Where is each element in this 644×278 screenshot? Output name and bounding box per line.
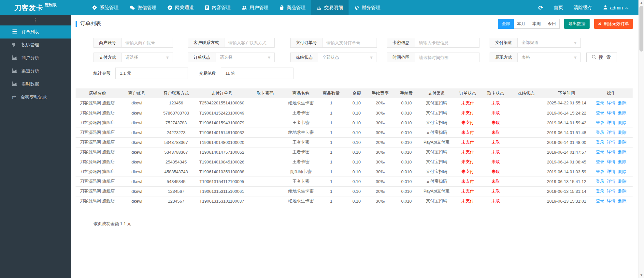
home-link[interactable]: 首页 (549, 0, 568, 15)
user-menu[interactable]: admin (598, 0, 634, 15)
amount-cell: 0.10 (345, 137, 368, 147)
filter-form: 商户账号 客户联系方式 支付订单号 卡密信息 支付渠道 全部渠道 ▼ (71, 32, 638, 62)
page-scrollbar[interactable]: ▲ ▼ (638, 0, 644, 278)
login-link[interactable]: 登录 (596, 140, 604, 145)
merchant-account-input[interactable] (122, 38, 173, 47)
fee-cell: 0.010 (393, 118, 421, 128)
delete-link[interactable]: 删除 (618, 198, 626, 203)
shop-name-cell: 刀客源码网 旗舰店 (76, 137, 119, 147)
menu-system[interactable]: 系统管理 (87, 0, 124, 15)
column-header: 冻结状态 (509, 88, 543, 98)
pay-channel-cell: 支付宝扫码 (420, 177, 452, 186)
detail-link[interactable]: 详情 (607, 130, 615, 135)
detail-link[interactable]: 详情 (607, 149, 615, 154)
menu-users[interactable]: 用户管理 (236, 0, 274, 15)
product-name-cell: 绝地求生卡密 (284, 196, 317, 206)
pay-channel-cell: 支付宝扫码 (420, 167, 452, 177)
pay-order-no-input[interactable] (322, 38, 377, 47)
menu-finance[interactable]: 财务管理 (349, 0, 386, 15)
login-link[interactable]: 登录 (596, 110, 604, 115)
login-link[interactable]: 登录 (596, 149, 604, 154)
sidebar-item-order-list[interactable]: 订单列表 (0, 25, 71, 39)
menu-content[interactable]: 内容管理 (199, 0, 236, 15)
login-link[interactable]: 登录 (596, 130, 604, 135)
pay-method-select[interactable]: 请选择 ▼ (122, 53, 173, 62)
detail-link[interactable]: 详情 (607, 169, 615, 174)
menu-wechat[interactable]: 微信管理 (124, 0, 162, 15)
detail-link[interactable]: 详情 (607, 198, 615, 203)
tab-today[interactable]: 今日 (544, 19, 560, 29)
product-name-cell: 王者卡密 (284, 137, 317, 147)
tab-this-month[interactable]: 本月 (514, 19, 529, 29)
table-row: 刀客源码网 旗舰店dkewl123456T250422015514100060绝… (76, 98, 633, 108)
card-info-input[interactable] (415, 38, 479, 47)
delete-link[interactable]: 删除 (618, 149, 626, 154)
refresh-button[interactable]: ⟳ (533, 0, 548, 15)
menu-products[interactable]: 商品管理 (274, 0, 311, 15)
delete-link[interactable]: 删除 (618, 189, 626, 193)
sidebar-item-amount-change-log[interactable]: ⇄ 金额变动记录 (0, 91, 71, 104)
display-mode-select[interactable]: 表格 ▼ (518, 53, 580, 62)
login-link[interactable]: 登录 (596, 120, 604, 125)
sidebar-item-merchant-analysis[interactable]: 商户分析 (0, 52, 71, 65)
detail-link[interactable]: 详情 (607, 100, 615, 105)
time-range-input[interactable] (415, 53, 479, 62)
detail-link[interactable]: 详情 (607, 110, 615, 115)
detail-link[interactable]: 详情 (607, 179, 615, 184)
login-link[interactable]: 登录 (596, 169, 604, 174)
order-status-cell: 未支付 (453, 128, 483, 137)
shop-name-cell: 刀客源码网 旗舰店 (76, 167, 119, 177)
freeze-status-cell (509, 157, 543, 167)
sidebar-item-complaints[interactable]: 投诉管理 (0, 39, 71, 52)
pay-channel-cell: PayApi支付宝 (420, 186, 452, 196)
login-link[interactable]: 登录 (596, 189, 604, 193)
delete-link[interactable]: 删除 (618, 100, 626, 105)
delete-link[interactable]: 删除 (618, 159, 626, 164)
scroll-up-arrow[interactable]: ▲ (639, 0, 644, 6)
row-actions: 登录详情删除 (590, 167, 633, 177)
menu-gateway[interactable]: P 网关通道 (162, 0, 199, 15)
scroll-down-arrow[interactable]: ▼ (639, 272, 644, 278)
delete-link[interactable]: 删除 (618, 140, 626, 145)
merchant-account-cell: dkewl (119, 177, 154, 186)
customer-contact-input[interactable] (224, 38, 274, 47)
merchant-account-cell: dkewl (119, 128, 154, 137)
tab-this-week[interactable]: 本周 (529, 19, 544, 29)
pay-order-no-cell: T190613153115100061 (197, 186, 246, 196)
export-data-button[interactable]: 导出数据 (564, 19, 590, 29)
fee-cell: 0.010 (393, 147, 421, 157)
detail-link[interactable]: 详情 (607, 140, 615, 145)
delete-link[interactable]: 删除 (618, 130, 626, 135)
login-link[interactable]: 登录 (596, 159, 604, 164)
column-header: 商户账号 (119, 88, 154, 98)
brand-logo[interactable]: 刀客发卡 定制版 (0, 0, 71, 15)
product-name-cell: 王者卡密 (284, 118, 317, 128)
sidebar-item-channel-analysis[interactable]: 渠道分析 (0, 65, 71, 78)
product-qty-cell: 1 (317, 128, 345, 137)
delete-link[interactable]: 删除 (618, 169, 626, 174)
freeze-status-select[interactable]: 全部状态 ▼ (318, 53, 377, 62)
delete-link[interactable]: 删除 (618, 120, 626, 125)
card-status-cell: 未取 (483, 98, 509, 108)
list-ol-icon (12, 29, 17, 35)
delete-invalid-orders-button[interactable]: ✖ 删除无效订单 (594, 19, 633, 29)
column-header: 商品名称 (284, 88, 317, 98)
pay-channel-select[interactable]: 全部渠道 ▼ (518, 38, 580, 47)
sidebar-item-realtime-data[interactable]: 实时数据 (0, 78, 71, 91)
detail-link[interactable]: 详情 (607, 189, 615, 193)
sidebar-collapse-toggle[interactable]: ⋮ (0, 15, 71, 25)
clear-cache-link[interactable]: 清除缓存 (568, 0, 598, 15)
login-link[interactable]: 登录 (596, 198, 604, 203)
scroll-thumb[interactable] (639, 6, 643, 52)
login-link[interactable]: 登录 (596, 100, 604, 105)
menu-transactions[interactable]: 交易明细 (311, 0, 349, 15)
login-link[interactable]: 登录 (596, 179, 604, 184)
detail-link[interactable]: 详情 (607, 159, 615, 164)
tab-all[interactable]: 全部 (498, 19, 514, 29)
delete-link[interactable]: 删除 (618, 179, 626, 184)
order-status-select[interactable]: 请选择 ▼ (216, 53, 274, 62)
area-chart-icon (12, 81, 17, 87)
detail-link[interactable]: 详情 (607, 120, 615, 125)
delete-link[interactable]: 删除 (618, 110, 626, 115)
search-button[interactable]: 搜 索 (586, 53, 617, 62)
